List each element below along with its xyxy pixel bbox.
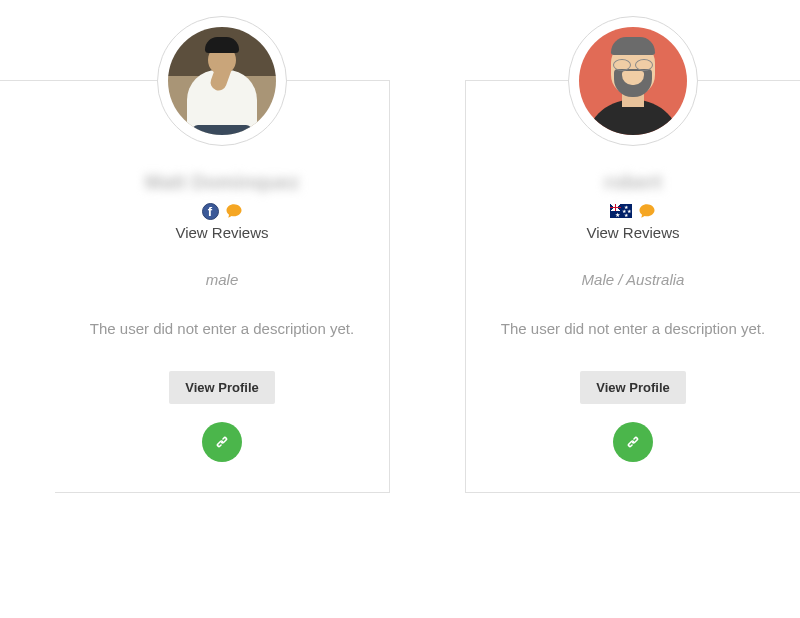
profile-card: Matt Dominquez f View Reviews male The u… <box>55 80 390 493</box>
user-meta: Male / Australia <box>466 271 800 288</box>
view-reviews-link[interactable]: View Reviews <box>466 224 800 241</box>
avatar-ring <box>157 16 287 146</box>
chat-icon[interactable] <box>225 202 243 220</box>
user-description: The user did not enter a description yet… <box>55 318 389 341</box>
avatar[interactable] <box>579 27 687 135</box>
user-description: The user did not enter a description yet… <box>466 318 800 341</box>
badge-row: f <box>55 202 389 220</box>
flag-australia-icon: ★★★★★ <box>610 204 632 218</box>
username: robert <box>466 171 800 194</box>
profile-card: robert ★★★★★ View Reviews Male / Austral… <box>465 80 800 493</box>
username: Matt Dominquez <box>55 171 389 194</box>
view-reviews-link[interactable]: View Reviews <box>55 224 389 241</box>
profile-cards-container: Matt Dominquez f View Reviews male The u… <box>0 0 800 493</box>
user-meta: male <box>55 271 389 288</box>
link-icon <box>213 433 231 451</box>
avatar-ring <box>568 16 698 146</box>
facebook-icon[interactable]: f <box>202 203 219 220</box>
avatar[interactable] <box>168 27 276 135</box>
view-profile-button[interactable]: View Profile <box>580 371 685 404</box>
link-button[interactable] <box>202 422 242 462</box>
link-button[interactable] <box>613 422 653 462</box>
badge-row: ★★★★★ <box>466 202 800 220</box>
chat-icon[interactable] <box>638 202 656 220</box>
link-icon <box>624 433 642 451</box>
view-profile-button[interactable]: View Profile <box>169 371 274 404</box>
